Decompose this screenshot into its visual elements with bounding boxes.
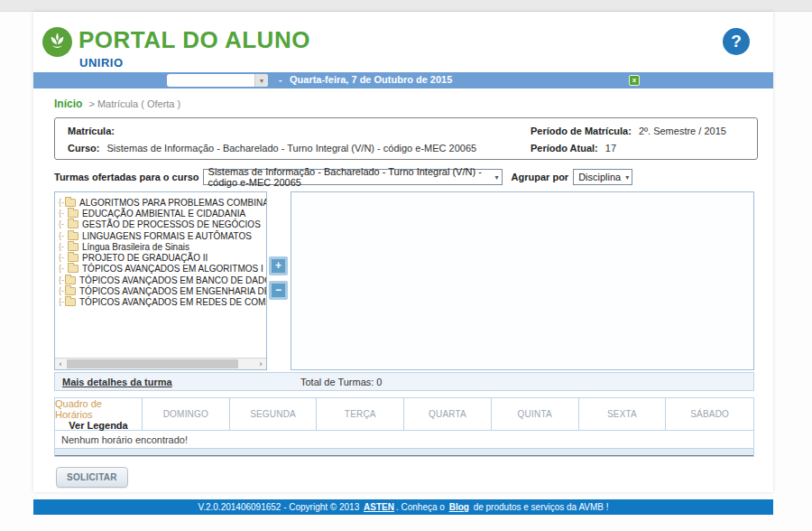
footer-middle-text: . Conheça o (396, 502, 448, 512)
day-header-sabado: SÁBADO (666, 398, 753, 431)
tree-item[interactable]: {-Língua Brasileira de Sinais (59, 241, 264, 252)
tree-item[interactable]: {-ALGORITMOS PARA PROBLEMAS COMBINATÓRIO… (59, 197, 264, 208)
portal-logo-icon (42, 27, 72, 57)
day-header-sexta: SEXTA (579, 398, 667, 431)
transfer-buttons-strip: + − (267, 191, 291, 370)
expander-icon[interactable]: {- (59, 220, 67, 228)
browser-top-strip (0, 0, 812, 12)
folder-icon (65, 276, 76, 284)
help-icon[interactable]: ? (723, 28, 750, 55)
scroll-left-icon[interactable]: ‹ (55, 359, 66, 369)
schedule-footer-strip (55, 449, 753, 456)
agrupar-por-label: Agrupar por (512, 172, 569, 182)
expander-icon[interactable]: {- (59, 265, 67, 273)
day-header-segunda: SEGUNDA (230, 398, 318, 431)
remove-class-button[interactable]: − (269, 281, 288, 300)
ver-legenda-link[interactable]: Ver Legenda (69, 420, 127, 431)
tree-item-label: TÓPICOS AVANÇADOS EM REDES DE COMPUTADOR… (79, 297, 267, 307)
matricula-row: Matrícula: (68, 126, 119, 136)
tree-item[interactable]: {-LINGUAGENS FORMAIS E AUTÔMATOS (59, 230, 264, 241)
course-select[interactable]: Sistemas de Informação - Bacharelado - T… (203, 169, 503, 185)
solicitar-button[interactable]: SOLICITAR (56, 467, 128, 488)
tree-item[interactable]: {-TÓPICOS AVANÇADOS EM ALGORITMOS I (59, 264, 264, 275)
tree-item[interactable]: {-TÓPICOS AVANÇADOS EM BANCO DE DADOS II (59, 275, 264, 285)
schedule-table: Quadro de Horários Ver Legenda DOMINGO S… (54, 397, 754, 457)
expander-icon[interactable]: {- (59, 199, 64, 207)
tree-item-label: EDUCAÇÃO AMBIENTAL E CIDADANIA (82, 209, 245, 219)
scrollbar-thumb[interactable] (67, 359, 238, 368)
asten-link[interactable]: ASTEN (364, 502, 394, 512)
chevron-down-icon[interactable]: ▼ (254, 74, 268, 87)
day-header-terca: TERÇA (317, 398, 404, 431)
schedule-empty-message: Nenhum horário encontrado! (55, 431, 753, 449)
enrollment-info-box: Matrícula: Curso: Sistemas de Informação… (54, 117, 758, 160)
expander-icon[interactable]: {- (59, 232, 67, 240)
periodo-atual-row: Período Atual: 17 (531, 143, 616, 154)
filters-row: Turmas ofertadas para o curso Sistemas d… (54, 168, 758, 186)
current-date-label: Quarta-feira, 7 de Outubro de 2015 (290, 74, 452, 85)
day-header-quinta: QUINTA (492, 398, 579, 431)
group-by-select[interactable]: Disciplina ▾ (573, 169, 632, 185)
offered-classes-tree-panel: {-ALGORITMOS PARA PROBLEMAS COMBINATÓRIO… (54, 191, 267, 370)
scroll-right-icon[interactable]: › (255, 359, 266, 369)
close-icon[interactable]: x (629, 75, 640, 86)
footer-end-text: de produtos e serviços da AVMB ! (471, 502, 609, 512)
tree-item-label: TÓPICOS AVANÇADOS EM ALGORITMOS I (82, 264, 263, 274)
date-separator: - (279, 74, 282, 85)
breadcrumb-current: > Matrícula ( Oferta ) (88, 98, 180, 109)
periodo-atual-value: 17 (605, 143, 616, 154)
expander-icon[interactable]: {- (59, 243, 67, 251)
tree-item-label: GESTÃO DE PROCESSOS DE NEGÓCIOS (82, 219, 261, 229)
tree-item-label: TÓPICOS AVANÇADOS EM ENGENHARIA DE SOFTW… (79, 286, 267, 296)
periodo-matricula-label: Período de Matrícula: (531, 126, 632, 136)
org-name: UNIRIO (79, 56, 124, 70)
portal-content-card: PORTAL DO ALUNO UNIRIO ? ▼ - Quarta-feir… (33, 12, 773, 492)
tree-item[interactable]: {-TÓPICOS AVANÇADOS EM REDES DE COMPUTAD… (59, 297, 264, 308)
folder-icon (65, 298, 76, 306)
tree-item-label: TÓPICOS AVANÇADOS EM BANCO DE DADOS II (79, 275, 267, 285)
blog-link[interactable]: Blog (449, 502, 469, 512)
folder-icon (68, 243, 78, 251)
expander-icon[interactable]: {- (59, 254, 67, 262)
discipline-tree: {-ALGORITMOS PARA PROBLEMAS COMBINATÓRIO… (55, 192, 266, 308)
tree-item[interactable]: {-PROJETO DE GRADUAÇÃO II (59, 252, 264, 263)
folder-icon (68, 210, 78, 218)
date-bar: ▼ - Quarta-feira, 7 de Outubro de 2015 x (33, 72, 773, 88)
folder-icon (68, 265, 78, 273)
periodo-matricula-row: Período de Matrícula: 2º. Semestre / 201… (531, 126, 726, 136)
tree-item[interactable]: {-EDUCAÇÃO AMBIENTAL E CIDADANIA (59, 208, 264, 219)
chevron-down-icon: ▾ (621, 173, 629, 182)
details-bar: Mais detalhes da turma Total de Turmas: … (54, 372, 754, 391)
day-header-quarta: QUARTA (404, 398, 492, 431)
folder-icon (65, 287, 76, 295)
profile-select[interactable]: ▼ (167, 74, 268, 87)
course-select-value: Sistemas de Informação - Bacharelado - T… (208, 166, 491, 188)
tree-item-label: Língua Brasileira de Sinais (82, 242, 189, 252)
class-details-link[interactable]: Mais detalhes da turma (62, 377, 172, 387)
add-class-button[interactable]: + (269, 256, 288, 275)
schedule-title: Quadro de Horários (55, 398, 142, 420)
day-header-domingo: DOMINGO (143, 398, 230, 431)
expander-icon[interactable]: {- (59, 298, 64, 306)
expander-icon[interactable]: {- (59, 287, 64, 295)
footer-version-text: V.2.0.201406091652 - Copyright © 2013 (198, 502, 362, 512)
schedule-header-row: Quadro de Horários Ver Legenda DOMINGO S… (55, 398, 753, 431)
breadcrumb-home-link[interactable]: Início (54, 98, 82, 110)
folder-icon (68, 232, 78, 240)
folder-icon (68, 254, 78, 262)
curso-row: Curso: Sistemas de Informação - Bacharel… (68, 143, 476, 154)
tree-item[interactable]: {-TÓPICOS AVANÇADOS EM ENGENHARIA DE SOF… (59, 285, 264, 296)
tree-item[interactable]: {-GESTÃO DE PROCESSOS DE NEGÓCIOS (59, 219, 264, 230)
folder-icon (68, 220, 78, 228)
expander-icon[interactable]: {- (59, 276, 64, 284)
tree-item-label: LINGUAGENS FORMAIS E AUTÔMATOS (82, 231, 252, 241)
horizontal-scrollbar[interactable]: ‹ › (55, 358, 266, 369)
schedule-corner-cell: Quadro de Horários Ver Legenda (55, 398, 143, 431)
matricula-label: Matrícula: (68, 126, 115, 136)
selected-classes-panel[interactable] (291, 191, 754, 370)
chevron-down-icon: ▾ (491, 173, 499, 182)
expander-icon[interactable]: {- (59, 210, 67, 218)
footer-bar: V.2.0.201406091652 - Copyright © 2013 AS… (33, 499, 773, 515)
tree-item-label: PROJETO DE GRADUAÇÃO II (82, 253, 208, 263)
turmas-ofertadas-label: Turmas ofertadas para o curso (54, 172, 199, 182)
